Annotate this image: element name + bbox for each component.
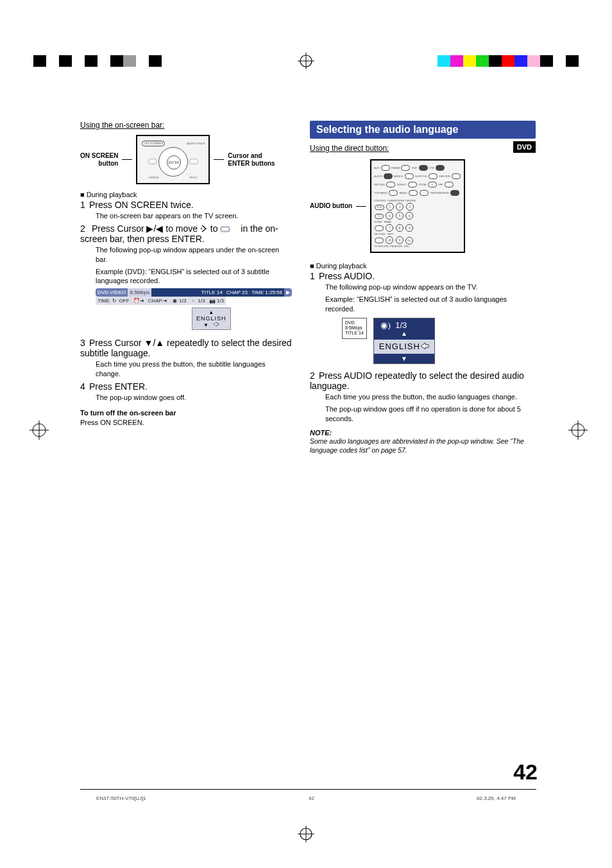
r-step1-title: 1Press AUDIO. xyxy=(310,271,536,281)
register-target-bottom xyxy=(298,826,314,842)
popup-lg-top: 1/3 xyxy=(395,320,407,330)
section-heading: Selecting the audio language xyxy=(310,121,536,139)
remote-key-10plus: 10+ xyxy=(405,237,413,245)
remote-key-audio xyxy=(384,173,393,179)
remote-key-1: 1 xyxy=(386,203,394,211)
right-subhead: Using the direct button: xyxy=(310,144,536,153)
audio-icon: ◉ ) xyxy=(380,320,391,330)
onscreen-diagram: ON SCREEN button ON SCREEN AUDIO TV/VCR … xyxy=(80,135,292,184)
remote-snippet-left: ON SCREEN AUDIO TV/VCR ENTER CHOICE xyxy=(136,135,210,184)
remote-key-4: 4 xyxy=(386,212,393,220)
page: Using the on-screen bar: ON SCREEN butto… xyxy=(0,0,612,868)
step3-title: 3Press Cursor ▼/▲ repeatedly to select t… xyxy=(80,338,292,358)
osd-title: TITLE 14 xyxy=(200,288,225,297)
clock-icon: ⏰ xyxy=(133,298,140,304)
cursor-hand-icon xyxy=(420,342,429,350)
osd-audio: 1/3 xyxy=(179,298,186,304)
osd-popup: ▲ ENGLISH ▼ xyxy=(192,308,231,330)
r-step1-body1: The following pop-up window appears on t… xyxy=(325,282,536,292)
remote-key-2: 2 xyxy=(396,203,404,211)
remote-key-enter: ENTER xyxy=(167,155,181,169)
note-head: NOTE: xyxy=(310,429,536,437)
step2-title: 2 Press Cursor ▶/◀ to move to in the on-… xyxy=(80,223,292,244)
footer-center: 42 xyxy=(309,795,314,801)
r-step1-body2: Example: “ENGLISH” is selected out of 3 … xyxy=(325,295,536,314)
osd-row2: TIME ↻ OFF ⏰⧖➜➜ CHAP.➜ ◉ 1/3 ▫ 1/3 📷 1/3 xyxy=(96,297,292,305)
page-number: 42 xyxy=(513,759,538,785)
during-playback-right: ■ During playback xyxy=(310,262,536,270)
subtitle-target-icon xyxy=(220,225,238,233)
audio-diagram: AUDIO button AUX FM/AM DVD STB AU xyxy=(310,159,536,253)
leader-line-icon xyxy=(122,159,132,160)
callout-cursor-bottom: ENTER buttons xyxy=(228,160,275,167)
r-step2-body2: The pop-up window goes off if no operati… xyxy=(325,404,536,424)
repeat-icon: ↻ xyxy=(111,298,117,304)
callout-cursor-top: Cursor and xyxy=(228,152,262,159)
remote-key-vcr: VCR xyxy=(375,205,384,210)
callout-audio: AUDIO button xyxy=(310,202,352,210)
left-subhead: Using the on-screen bar: xyxy=(80,121,292,130)
popup-lg-text: ENGLISH xyxy=(379,342,420,351)
leader-line-icon xyxy=(356,206,366,207)
remote-navpad: ENTER xyxy=(158,147,188,177)
callout-onscreen-top: ON SCREEN xyxy=(80,152,118,159)
content: Using the on-screen bar: ON SCREEN butto… xyxy=(80,121,536,455)
osd-repeat: OFF xyxy=(119,298,130,304)
step3-body: Each time you press the button, the subt… xyxy=(96,360,292,379)
callout-onscreen-bottom: button xyxy=(98,160,118,167)
osd-time-label: TIME xyxy=(98,298,110,304)
osd-source: DVD-VIDEO xyxy=(96,288,128,297)
popup-large: ◉ ) 1/3 ▲ ENGLISH ▼ xyxy=(373,318,435,365)
remote-label-choice: CHOICE xyxy=(149,176,159,179)
remote-key-6: 6 xyxy=(405,212,413,220)
remote-key-8: 8 xyxy=(396,224,404,232)
cursor-icon xyxy=(200,225,208,232)
svg-rect-13 xyxy=(222,228,228,230)
register-target-top xyxy=(298,53,314,69)
down-arrow-icon: ▼ xyxy=(374,355,434,362)
remote-snippet-right: AUX FM/AM DVD STB AUDIO ANGLE xyxy=(370,159,465,253)
step4-title: 4Press ENTER. xyxy=(80,381,292,392)
angle-icon: 📷 xyxy=(209,298,216,304)
right-column: Selecting the audio language DVD Using t… xyxy=(310,121,536,455)
step2-body2: Example (DVD): “ENGLISH” is selected out… xyxy=(96,267,292,286)
during-playback-left: ■ During playback xyxy=(80,191,292,198)
osd-chap: CHAP 23 xyxy=(225,288,250,297)
step1-body: The on-screen bar appears on the TV scre… xyxy=(96,211,292,221)
audio-popup-diagram: DVD 8·5Mbps TITLE 14 ◉ ) 1/3 ▲ ENGLISH xyxy=(342,318,536,365)
remote-key-5: 5 xyxy=(396,212,404,220)
footer: EN37-50TH-V70[UJ]1 42 02.3.26, 4:47 PM xyxy=(96,795,516,801)
footer-rule xyxy=(80,789,536,790)
turnoff-bold: To turn off the on-screen bar xyxy=(80,409,292,417)
remote-key-9: 9 xyxy=(405,224,413,232)
footer-right: 02.3.26, 4:47 PM xyxy=(477,795,516,801)
osd-angle: 1/3 xyxy=(217,298,224,304)
osd-popup-text: ENGLISH xyxy=(196,315,226,322)
dvd-badge: DVD xyxy=(513,141,536,153)
osd-play-icon: ▶ xyxy=(284,288,292,297)
step2-body1: The following pop-up window appears unde… xyxy=(96,245,292,265)
remote-label-tvvcr: AUDIO TV/VCR xyxy=(187,142,205,145)
remote-key-3: 3 xyxy=(406,203,414,211)
callout-onscreen: ON SCREEN button xyxy=(80,152,118,168)
remote-label-ipss: IP/S.S. xyxy=(190,176,198,179)
r-step2-body1: Each time you press the button, the audi… xyxy=(325,392,536,402)
side-cross-left xyxy=(30,421,49,440)
osd-bitrate: 8.5Mbps xyxy=(128,288,151,297)
remote-key-10: 10 xyxy=(386,236,393,244)
cursor-hand-icon xyxy=(213,322,219,327)
footer-left: EN37-50TH-V70[UJ]1 xyxy=(96,795,146,801)
remote-key-0: 0 xyxy=(396,236,404,244)
r-step2-title: 2Press AUDIO repeatedly to select the de… xyxy=(310,370,536,391)
remote-key-on-screen: ON SCREEN xyxy=(142,141,165,146)
osd-time: TIME 1:25:58 xyxy=(250,288,284,297)
note-body: Some audio languages are abbreviated in … xyxy=(310,437,536,455)
leader-line-icon xyxy=(214,159,224,160)
remote-key-7: 7 xyxy=(386,224,393,232)
callout-cursor: Cursor and ENTER buttons xyxy=(228,152,275,168)
osd-chaparrow: CHAP.➜ xyxy=(146,297,169,305)
down-arrow-icon: ▼ xyxy=(196,322,226,328)
up-arrow-icon: ▲ xyxy=(196,309,226,315)
register-marks-left xyxy=(33,55,174,68)
register-marks-right xyxy=(438,55,579,68)
